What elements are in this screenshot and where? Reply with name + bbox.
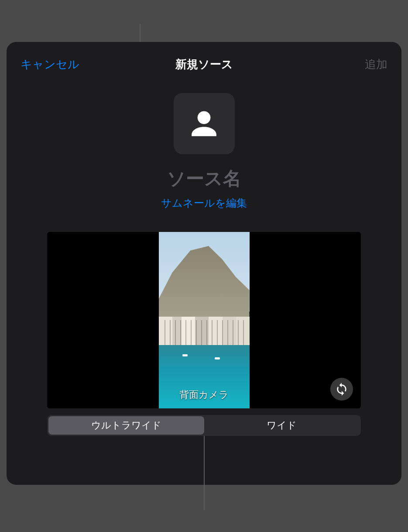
avatar-section: ソース名 サムネールを編集 (7, 93, 401, 210)
person-icon (185, 105, 223, 142)
flip-camera-button[interactable] (330, 378, 353, 401)
callout-line-bottom (204, 436, 205, 510)
avatar-placeholder[interactable] (174, 93, 235, 154)
add-button[interactable]: 追加 (365, 57, 387, 72)
cancel-button[interactable]: キャンセル (21, 57, 79, 72)
preview-image (159, 232, 250, 408)
camera-label: 背面カメラ (179, 388, 229, 401)
flip-camera-icon (335, 382, 349, 396)
svg-point-0 (198, 111, 211, 124)
segment-wide[interactable]: ワイド (204, 416, 360, 435)
segment-ultrawide[interactable]: ウルトラワイド (48, 416, 204, 435)
source-name-input[interactable]: ソース名 (167, 166, 241, 191)
edit-thumbnail-button[interactable]: サムネールを編集 (161, 196, 247, 210)
modal-header: キャンセル 新規ソース 追加 (7, 42, 401, 75)
lens-segmented-control: ウルトラワイド ワイド (47, 415, 361, 436)
modal-title: 新規ソース (175, 57, 233, 72)
new-source-modal: キャンセル 新規ソース 追加 ソース名 サムネールを編集 背面カメラ (7, 42, 401, 485)
callout-line-top (140, 24, 141, 42)
camera-preview: 背面カメラ (47, 232, 361, 408)
